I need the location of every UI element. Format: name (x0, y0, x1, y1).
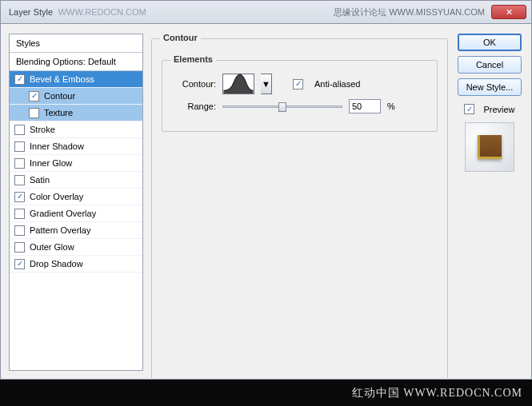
footer-watermark: 红动中国 WWW.REDOCN.COM (0, 380, 532, 406)
preview-row: Preview (464, 104, 514, 114)
style-item-label: Satin (30, 175, 50, 185)
elements-group-title: Elements (170, 54, 216, 64)
preview-cube-icon (478, 135, 502, 159)
style-item-label: Stroke (30, 125, 55, 134)
style-checkbox[interactable] (14, 175, 25, 185)
style-item-label: Inner Shadow (30, 141, 84, 151)
style-item-satin[interactable]: Satin (10, 172, 142, 189)
style-checkbox[interactable] (14, 225, 25, 236)
range-unit: % (387, 102, 395, 111)
style-item-label: Outer Glow (30, 242, 74, 252)
style-item-bevel-emboss[interactable]: Bevel & Emboss (10, 71, 142, 88)
preview-checkbox[interactable] (464, 104, 474, 114)
style-item-label: Contour (44, 91, 75, 101)
close-icon: ✕ (506, 7, 513, 17)
preview-label: Preview (483, 105, 514, 114)
style-checkbox[interactable] (14, 209, 25, 219)
style-checkbox[interactable] (29, 108, 39, 118)
preview-swatch (465, 122, 514, 172)
style-item-stroke[interactable]: Stroke (10, 121, 142, 138)
range-slider[interactable] (222, 99, 342, 113)
style-item-label: Drop Shadow (30, 259, 83, 269)
elements-group: Elements Contour: ▼ Anti-aliased Range: (162, 60, 438, 132)
anti-aliased-label: Anti-aliased (314, 79, 360, 89)
styles-list: Styles Blending Options: Default Bevel &… (9, 34, 143, 371)
style-item-inner-shadow[interactable]: Inner Shadow (10, 138, 142, 155)
contour-picker[interactable] (222, 74, 254, 94)
style-checkbox[interactable] (14, 158, 25, 169)
range-row: Range: % (172, 99, 427, 113)
new-style-button[interactable]: New Style... (458, 78, 522, 96)
window-title: Layer Style WWW.REDOCN.COM (9, 6, 334, 18)
style-item-drop-shadow[interactable]: Drop Shadow (10, 256, 142, 273)
settings-panel: Contour Elements Contour: ▼ Anti-aliased (151, 34, 448, 371)
style-item-label: Texture (44, 108, 73, 117)
style-item-outer-glow[interactable]: Outer Glow (10, 239, 142, 256)
close-button[interactable]: ✕ (491, 5, 526, 19)
titlebar: Layer Style WWW.REDOCN.COM 思缘设计论坛 WWW.MI… (0, 0, 532, 24)
chevron-down-icon: ▼ (262, 79, 270, 89)
style-checkbox[interactable] (29, 91, 39, 102)
style-item-texture[interactable]: Texture (10, 105, 142, 121)
right-column: OK Cancel New Style... Preview (456, 34, 523, 371)
range-label: Range: (172, 102, 216, 111)
style-item-label: Inner Glow (30, 158, 72, 168)
style-item-label: Pattern Overlay (30, 225, 90, 235)
style-item-pattern-overlay[interactable]: Pattern Overlay (10, 222, 142, 239)
range-input[interactable] (349, 99, 381, 113)
contour-row: Contour: ▼ Anti-aliased (172, 74, 427, 94)
style-checkbox[interactable] (14, 125, 25, 135)
style-item-label: Gradient Overlay (30, 209, 96, 218)
style-checkbox[interactable] (14, 74, 25, 85)
slider-thumb[interactable] (278, 102, 286, 112)
watermark-right: 思缘设计论坛 WWW.MISSYUAN.COM (334, 6, 485, 18)
style-checkbox[interactable] (14, 192, 25, 202)
style-checkbox[interactable] (14, 259, 25, 269)
contour-group: Contour Elements Contour: ▼ Anti-aliased (151, 38, 448, 390)
contour-curve-icon (223, 74, 254, 94)
style-checkbox[interactable] (14, 141, 25, 152)
contour-dropdown[interactable]: ▼ (261, 74, 272, 94)
style-item-label: Color Overlay (30, 192, 83, 201)
contour-group-title: Contour (160, 33, 201, 42)
dialog-body: Styles Blending Options: Default Bevel &… (0, 24, 532, 380)
style-checkbox[interactable] (14, 242, 25, 253)
contour-label: Contour: (172, 79, 216, 89)
styles-header[interactable]: Styles (10, 34, 142, 53)
blending-options[interactable]: Blending Options: Default (10, 53, 142, 71)
style-item-label: Bevel & Emboss (30, 74, 94, 84)
anti-aliased-checkbox[interactable] (293, 79, 303, 90)
style-item-color-overlay[interactable]: Color Overlay (10, 189, 142, 205)
ok-button[interactable]: OK (458, 34, 522, 51)
style-item-gradient-overlay[interactable]: Gradient Overlay (10, 205, 142, 222)
style-item-inner-glow[interactable]: Inner Glow (10, 155, 142, 172)
style-item-contour[interactable]: Contour (10, 88, 142, 105)
cancel-button[interactable]: Cancel (458, 56, 522, 74)
